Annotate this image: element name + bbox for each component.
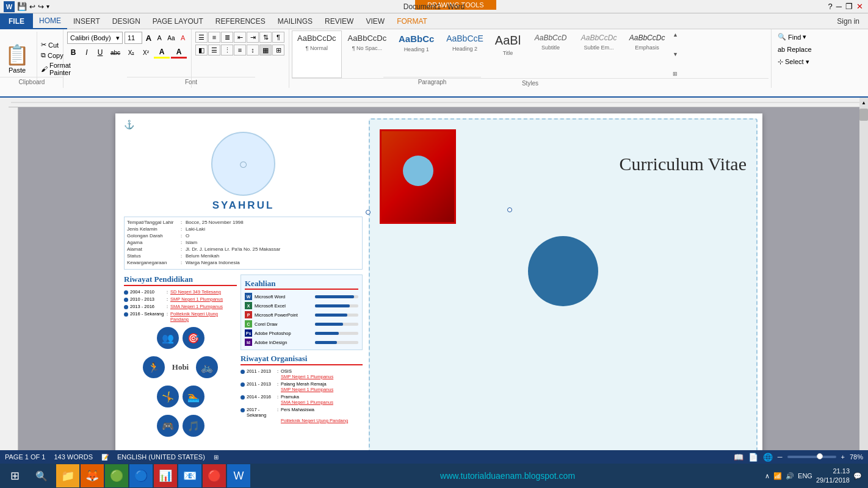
menu-file[interactable]: FILE (0, 13, 33, 29)
menu-references[interactable]: REFERENCES (209, 13, 272, 29)
scroll-up-button[interactable]: ▲ (859, 98, 868, 107)
shading-button[interactable]: ▦ (259, 45, 272, 56)
text-highlight-button[interactable]: A (154, 46, 170, 59)
style-heading1[interactable]: AaBbCc Heading 1 (392, 30, 440, 78)
hobbies-label: Hobi (168, 356, 192, 378)
line-spacing-button[interactable]: ↕ (247, 45, 259, 56)
zoom-slider[interactable] (787, 456, 836, 458)
hobby-icon-2: 🎯 (183, 327, 204, 349)
sign-in-link[interactable]: Sign in (837, 17, 868, 26)
hobby-icon-4: 🚲 (196, 356, 218, 378)
print-layout-icon[interactable]: 📄 (748, 453, 758, 462)
menu-design[interactable]: DESIGN (106, 13, 146, 29)
customize-icon[interactable]: ▾ (46, 3, 49, 10)
style-title[interactable]: AaBl Title (490, 30, 526, 78)
font-size-selector[interactable]: 11 (125, 32, 142, 44)
zoom-in-button[interactable]: + (841, 453, 845, 461)
menu-view[interactable]: VIEW (360, 13, 391, 29)
menu-review[interactable]: REVIEW (319, 13, 360, 29)
paste-button[interactable]: 📋 Paste (2, 41, 32, 76)
increase-indent-button[interactable]: ⇥ (247, 32, 259, 43)
taskbar-app-orange[interactable]: 🦊 (81, 464, 104, 487)
taskbar-app-red[interactable]: 🔴 (203, 464, 226, 487)
style-emphasis[interactable]: AaBbCcDc Emphasis (623, 30, 671, 78)
find-button[interactable]: 🔍 Find ▾ (775, 32, 853, 42)
cv-info-row-7: Kewarganegaraan : Warga Negara Indonesia (127, 260, 360, 265)
skill-excel: X Microsoft Excel (245, 302, 358, 309)
strikethrough-button[interactable]: abc (107, 46, 123, 59)
cv-info-row-6: Status : Belum Menikah (127, 253, 360, 259)
subscript-button[interactable]: X₂ (125, 46, 138, 59)
justify-button[interactable]: ≡ (234, 45, 246, 56)
align-left-button[interactable]: ◧ (195, 45, 208, 56)
taskbar-chevron[interactable]: ∧ (765, 472, 770, 480)
help-icon[interactable]: ? (828, 2, 833, 11)
bullets-button[interactable]: ☰ (195, 32, 208, 43)
borders-button[interactable]: ⊞ (272, 45, 284, 56)
change-case-button[interactable]: Aa (166, 32, 177, 44)
select-button[interactable]: ⊹ Select ▾ (775, 57, 853, 67)
font-grow-button[interactable]: A (144, 32, 153, 44)
underline-button[interactable]: U (94, 46, 106, 59)
paste-label: Paste (9, 66, 26, 74)
web-layout-icon[interactable]: 🌐 (763, 453, 773, 462)
style-normal[interactable]: AaBbCcDc ¶ Normal (292, 30, 342, 78)
styles-scroll-down[interactable]: ▼ (673, 51, 678, 57)
start-button[interactable]: ⊞ (0, 464, 29, 488)
taskbar-outlook[interactable]: 📧 (178, 464, 201, 487)
font-name-selector[interactable]: Calibri (Body)▾ (67, 32, 123, 44)
cv-photo-right (380, 129, 456, 224)
bold-button[interactable]: B (67, 46, 79, 59)
numbering-button[interactable]: ≡ (208, 32, 220, 43)
vertical-scrollbar[interactable] (859, 107, 868, 450)
font-shrink-button[interactable]: A (155, 32, 164, 44)
style-heading2[interactable]: AaBbCcE Heading 2 (441, 30, 489, 78)
superscript-button[interactable]: X² (139, 46, 153, 59)
minimize-button[interactable]: ─ (836, 2, 842, 11)
close-button[interactable]: ✕ (856, 2, 863, 11)
quick-save-icon[interactable]: 💾 (17, 2, 27, 11)
align-center-button[interactable]: ☰ (208, 45, 220, 56)
styles-more-button[interactable]: ⊞ (673, 71, 678, 77)
vertical-ruler (9, 107, 18, 464)
menu-mailings[interactable]: MAILINGS (272, 13, 319, 29)
show-formatting-button[interactable]: ¶ (272, 32, 284, 43)
taskbar-url: www.tutorialduaenam.blogspot.com (250, 471, 765, 481)
skill-indesign: Id Adobe InDesign (245, 339, 358, 346)
sort-button[interactable]: ⇅ (259, 32, 272, 43)
menu-insert[interactable]: INSERT (67, 13, 106, 29)
word-logo-icon: W (4, 1, 15, 12)
replace-button[interactable]: ab Replace (775, 45, 853, 54)
decrease-indent-button[interactable]: ⇤ (234, 32, 246, 43)
menu-format[interactable]: FORMAT (391, 13, 433, 29)
hobby-icon-5: 🤸 (157, 386, 179, 407)
selection-handle-top[interactable] (366, 210, 371, 215)
edu-item-4: 2016 - Sekarang : Politeknik Negeri Ujun… (124, 311, 237, 322)
style-heading1-preview: AaBbCc (399, 34, 434, 44)
undo-icon[interactable]: ↩ (29, 2, 35, 11)
styles-scroll-up[interactable]: ▲ (673, 32, 678, 38)
restore-button[interactable]: ❐ (845, 2, 853, 11)
taskbar-app-blue-circle[interactable]: 🔵 (129, 464, 153, 487)
read-mode-icon[interactable]: 📖 (734, 453, 743, 462)
taskbar-notification-icon[interactable]: 💬 (853, 472, 862, 480)
multilevel-button[interactable]: ≣ (221, 32, 233, 43)
style-subtitle[interactable]: AaBbCcD Subtitle (527, 30, 574, 78)
taskbar-search-button[interactable]: 🔍 (29, 464, 54, 488)
taskbar-powerpoint[interactable]: 📊 (154, 464, 177, 487)
taskbar-volume-icon: 🔊 (786, 472, 794, 480)
taskbar-file-explorer[interactable]: 📁 (56, 464, 79, 487)
taskbar-app-green[interactable]: 🟢 (105, 464, 128, 487)
font-color-button[interactable]: A (171, 46, 187, 59)
taskbar-word[interactable]: W (227, 464, 250, 487)
clear-formatting-button[interactable]: A (178, 32, 187, 44)
align-right-button[interactable]: ⋮ (221, 45, 233, 56)
redo-icon[interactable]: ↪ (38, 2, 44, 11)
italic-button[interactable]: I (81, 46, 93, 59)
style-subtle-emph[interactable]: AaBbCcDc Subtle Em... (575, 30, 623, 78)
menu-page-layout[interactable]: PAGE LAYOUT (146, 13, 209, 29)
menu-home[interactable]: HOME (33, 13, 67, 29)
style-nospace[interactable]: AaBbCcDc ¶ No Spac... (342, 30, 392, 78)
zoom-out-button[interactable]: ─ (778, 453, 783, 461)
selection-handle-top-mid[interactable] (507, 207, 512, 212)
